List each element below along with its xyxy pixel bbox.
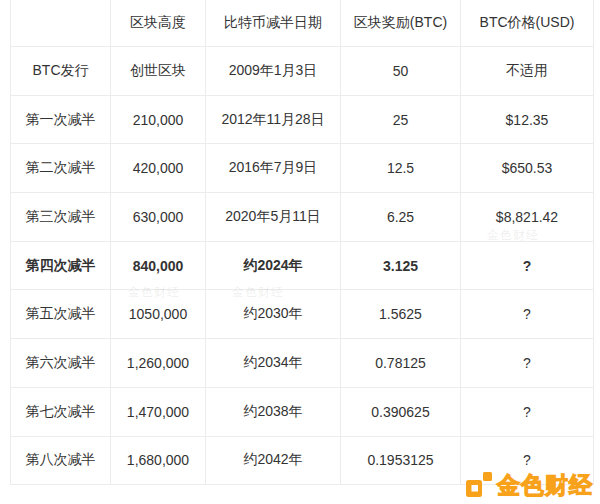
table-cell: 6.25 (341, 193, 461, 242)
header-cell-block-height: 区块高度 (111, 0, 206, 47)
row-label: 第二次减半 (11, 144, 111, 193)
header-cell-block-reward: 区块奖励(BTC) (341, 0, 461, 47)
table-row: 第四次减半840,000约2024年3.125? (11, 241, 594, 290)
table-cell: 1,470,000 (111, 387, 206, 436)
jinse-finance-logo: 金色财经 (465, 471, 593, 499)
row-label: BTC发行 (11, 47, 111, 96)
table-cell: 约2042年 (206, 436, 341, 485)
row-label: 第三次减半 (11, 193, 111, 242)
table-row: 第二次减半420,0002016年7月9日12.5$650.53 (11, 144, 594, 193)
table-cell: 25 (341, 95, 461, 144)
table-cell: 约2024年 (206, 241, 341, 290)
table-cell: ? (461, 290, 594, 339)
table-cell: 约2034年 (206, 339, 341, 388)
table-cell: 840,000 (111, 241, 206, 290)
table-cell: 约2038年 (206, 387, 341, 436)
table-row: 第六次减半1,260,000约2034年0.78125? (11, 339, 594, 388)
table-cell: 2009年1月3日 (206, 47, 341, 96)
header-cell-empty (11, 0, 111, 47)
table-row: 第一次减半210,0002012年11月28日25$12.35 (11, 95, 594, 144)
header-cell-btc-price: BTC价格(USD) (461, 0, 594, 47)
row-label: 第七次减半 (11, 387, 111, 436)
table-cell: 2016年7月9日 (206, 144, 341, 193)
table-cell: 不适用 (461, 47, 594, 96)
row-label: 第四次减半 (11, 241, 111, 290)
table-cell: 0.1953125 (341, 436, 461, 485)
jinse-logo-text: 金色财经 (497, 471, 593, 499)
table-row: 第五次减半1050,000约2030年1.5625? (11, 290, 594, 339)
table-row: BTC发行创世区块2009年1月3日50不适用 (11, 47, 594, 96)
row-label: 第八次减半 (11, 436, 111, 485)
table-cell: ? (461, 241, 594, 290)
table-cell: 创世区块 (111, 47, 206, 96)
table-cell: 420,000 (111, 144, 206, 193)
table-cell: 50 (341, 47, 461, 96)
table-cell: 12.5 (341, 144, 461, 193)
bitcoin-halving-table: 区块高度 比特币减半日期 区块奖励(BTC) BTC价格(USD) BTC发行创… (10, 0, 594, 485)
table-cell: 630,000 (111, 193, 206, 242)
table-cell: 1,680,000 (111, 436, 206, 485)
halving-table-body: BTC发行创世区块2009年1月3日50不适用第一次减半210,0002012年… (11, 47, 594, 485)
table-cell: 210,000 (111, 95, 206, 144)
table-cell: 2012年11月28日 (206, 95, 341, 144)
header-row: 区块高度 比特币减半日期 区块奖励(BTC) BTC价格(USD) (11, 0, 594, 47)
table-cell: 2020年5月11日 (206, 193, 341, 242)
table-cell: 1050,000 (111, 290, 206, 339)
table-cell: ? (461, 339, 594, 388)
row-label: 第一次减半 (11, 95, 111, 144)
table-cell: 0.78125 (341, 339, 461, 388)
table-cell: 1.5625 (341, 290, 461, 339)
page: 区块高度 比特币减半日期 区块奖励(BTC) BTC价格(USD) BTC发行创… (0, 0, 600, 504)
jinse-logo-icon (465, 471, 493, 499)
table-cell: ? (461, 387, 594, 436)
row-label: 第五次减半 (11, 290, 111, 339)
table-row: 第七次减半1,470,000约2038年0.390625? (11, 387, 594, 436)
table-row: 第三次减半630,0002020年5月11日6.25$8,821.42 (11, 193, 594, 242)
table-cell: 3.125 (341, 241, 461, 290)
table-cell: 约2030年 (206, 290, 341, 339)
table-cell: 1,260,000 (111, 339, 206, 388)
table-cell: $12.35 (461, 95, 594, 144)
table-cell: $650.53 (461, 144, 594, 193)
row-label: 第六次减半 (11, 339, 111, 388)
header-cell-halving-date: 比特币减半日期 (206, 0, 341, 47)
table-cell: $8,821.42 (461, 193, 594, 242)
table-cell: 0.390625 (341, 387, 461, 436)
